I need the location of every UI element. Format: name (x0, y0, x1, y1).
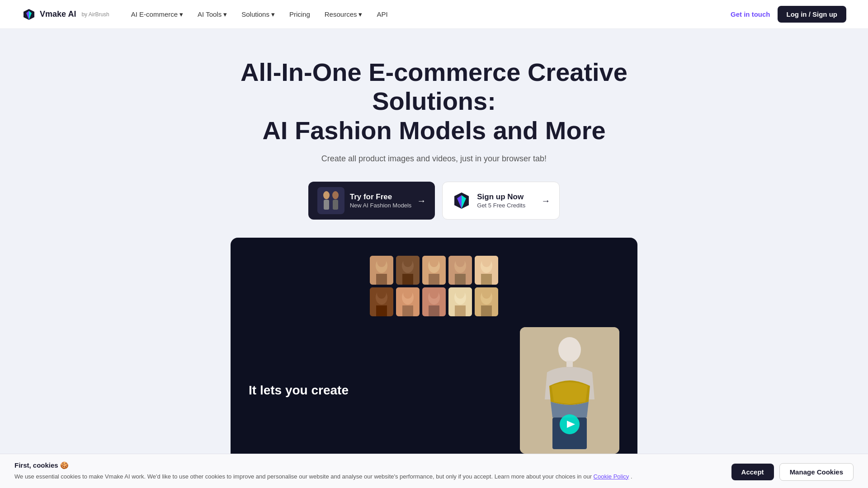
svg-rect-22 (429, 274, 439, 285)
cta-row: Try for Free New AI Fashion Models → Sig… (9, 182, 859, 220)
try-for-free-subtitle: New AI Fashion Models (350, 202, 412, 209)
nav-pricing[interactable]: Pricing (289, 10, 310, 18)
svg-point-41 (429, 289, 439, 299)
svg-point-21 (429, 257, 439, 267)
sign-up-subtitle: Get 5 Free Credits (477, 202, 525, 209)
face-thumb-1 (370, 256, 393, 285)
accept-cookies-button[interactable]: Accept (731, 464, 774, 480)
svg-point-17 (403, 257, 412, 267)
hero-title: All-In-One E-commerce Creative Solutions… (231, 58, 637, 145)
face-thumb-6 (370, 287, 393, 316)
cookie-text-block: First, cookies 🍪 We use essential cookie… (14, 461, 722, 481)
face-thumb-3 (422, 256, 446, 285)
nav-actions: Get in touch Log in / Sign up (731, 6, 846, 23)
get-in-touch-button[interactable]: Get in touch (731, 10, 770, 18)
try-for-free-arrow-icon: → (417, 196, 426, 206)
sign-up-title: Sign up Now (477, 192, 524, 202)
brand-name: Vmake AI (40, 9, 76, 19)
face-row-2 (370, 287, 498, 316)
sign-up-arrow-icon: → (541, 196, 550, 206)
vmake-logo-icon (22, 7, 36, 22)
face-thumb-9 (448, 287, 472, 316)
svg-rect-26 (455, 274, 466, 285)
face-thumb-10 (475, 287, 498, 316)
try-for-free-content: Try for Free New AI Fashion Models (350, 192, 412, 208)
nav-resources[interactable]: Resources ▾ (325, 10, 363, 19)
svg-rect-14 (376, 274, 387, 285)
svg-point-25 (456, 257, 465, 267)
svg-rect-3 (318, 188, 344, 213)
svg-rect-30 (481, 274, 492, 285)
svg-rect-42 (429, 305, 439, 316)
hero-section: All-In-One E-commerce Creative Solutions… (0, 29, 868, 488)
nav-links: AI E-commerce ▾ AI Tools ▾ Solutions ▾ P… (131, 10, 731, 19)
brand-logo[interactable]: Vmake AI by AirBrush (22, 7, 109, 22)
svg-point-45 (456, 289, 465, 299)
nav-solutions[interactable]: Solutions ▾ (241, 10, 275, 19)
face-thumb-8 (422, 287, 446, 316)
svg-rect-34 (376, 305, 387, 316)
vmake-cta-icon (452, 191, 472, 211)
nav-api[interactable]: API (377, 10, 387, 18)
panel-tagline: It lets you create (249, 383, 502, 398)
face-thumb-5 (475, 256, 498, 285)
hero-subtitle: Create all product images and videos, ju… (9, 154, 859, 164)
cookie-policy-link[interactable]: Cookie Policy (594, 473, 629, 480)
svg-rect-46 (455, 305, 466, 316)
login-signup-button[interactable]: Log in / Sign up (778, 6, 846, 23)
brand-sub: by AirBrush (81, 11, 109, 18)
svg-rect-18 (402, 274, 413, 285)
cookie-banner: First, cookies 🍪 We use essential cookie… (0, 454, 868, 488)
manage-cookies-button[interactable]: Manage Cookies (779, 463, 854, 481)
svg-rect-7 (333, 200, 338, 210)
svg-point-37 (403, 289, 412, 299)
svg-point-13 (377, 257, 386, 267)
model-face-grid (370, 256, 498, 316)
demo-panel: It lets you create (231, 238, 637, 472)
svg-point-49 (482, 289, 491, 299)
nav-ai-ecommerce[interactable]: AI E-commerce ▾ (131, 10, 183, 19)
cookie-title: First, cookies 🍪 (14, 461, 722, 469)
mannequin-illustration (520, 327, 619, 454)
svg-point-4 (323, 191, 330, 199)
svg-point-29 (482, 257, 491, 267)
svg-point-33 (377, 289, 386, 299)
mannequin-card (520, 327, 619, 454)
try-for-free-button[interactable]: Try for Free New AI Fashion Models → (308, 182, 435, 220)
cookie-body: We use essential cookies to make Vmake A… (14, 472, 722, 481)
face-row-1 (370, 256, 498, 285)
sign-up-content: Sign up Now Get 5 Free Credits (477, 192, 536, 208)
navbar: Vmake AI by AirBrush AI E-commerce ▾ AI … (0, 0, 868, 29)
svg-rect-38 (402, 305, 413, 316)
nav-ai-tools[interactable]: AI Tools ▾ (198, 10, 227, 19)
face-thumb-7 (396, 287, 420, 316)
panel-content: It lets you create (249, 327, 619, 454)
svg-rect-50 (481, 305, 492, 316)
cookie-actions: Accept Manage Cookies (731, 461, 854, 481)
face-thumb-4 (448, 256, 472, 285)
try-for-free-title: Try for Free (350, 192, 392, 202)
svg-point-6 (332, 191, 339, 199)
svg-rect-5 (324, 200, 329, 210)
face-thumb-2 (396, 256, 420, 285)
svg-rect-53 (566, 361, 573, 367)
fashion-models-preview-icon (317, 187, 344, 214)
sign-up-button[interactable]: Sign up Now Get 5 Free Credits → (442, 182, 560, 220)
svg-point-52 (558, 337, 581, 362)
